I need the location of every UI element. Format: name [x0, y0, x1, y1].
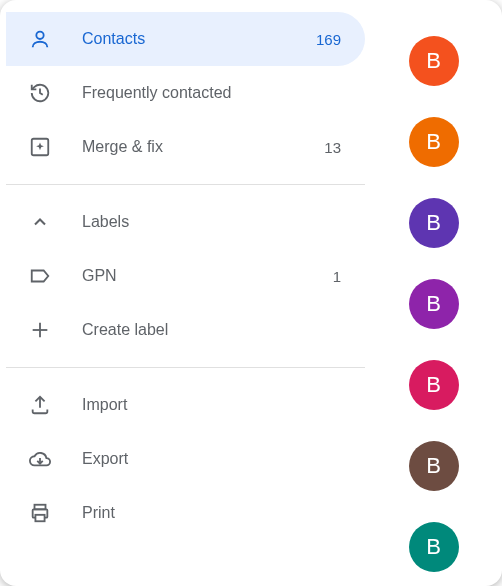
sidebar-item-label: Import — [82, 396, 341, 414]
sidebar-item-label: Print — [82, 504, 341, 522]
sidebar-item-contacts[interactable]: Contacts 169 — [6, 12, 365, 66]
sidebar-item-label: GPN — [82, 267, 333, 285]
sidebar-item-import[interactable]: Import — [6, 378, 365, 432]
contact-avatar[interactable]: B — [409, 360, 459, 410]
sidebar-item-label: Contacts — [82, 30, 316, 48]
sidebar-item-print[interactable]: Print — [6, 486, 365, 540]
sidebar-item-export[interactable]: Export — [6, 432, 365, 486]
contact-avatar[interactable]: B — [409, 441, 459, 491]
item-count: 13 — [324, 139, 341, 156]
svg-point-0 — [36, 32, 43, 39]
history-icon — [28, 81, 52, 105]
contact-avatar[interactable]: B — [409, 279, 459, 329]
print-icon — [28, 501, 52, 525]
item-count: 169 — [316, 31, 341, 48]
upload-icon — [28, 393, 52, 417]
sidebar-item-labels[interactable]: Labels — [6, 195, 365, 249]
cloud-download-icon — [28, 447, 52, 471]
item-count: 1 — [333, 268, 341, 285]
plus-icon — [28, 318, 52, 342]
divider — [6, 367, 365, 368]
contact-avatar[interactable]: B — [409, 117, 459, 167]
sidebar: Contacts 169 Frequently contacted Merge … — [0, 12, 365, 574]
sidebar-item-merge[interactable]: Merge & fix 13 — [6, 120, 365, 174]
contact-avatar[interactable]: B — [409, 36, 459, 86]
divider — [6, 184, 365, 185]
svg-rect-7 — [35, 515, 44, 521]
sidebar-item-label: Labels — [82, 213, 341, 231]
sidebar-item-frequent[interactable]: Frequently contacted — [6, 66, 365, 120]
sidebar-item-label: Merge & fix — [82, 138, 324, 156]
label-icon — [28, 264, 52, 288]
sidebar-item-gpn[interactable]: GPN 1 — [6, 249, 365, 303]
sparkle-box-icon — [28, 135, 52, 159]
sidebar-item-label: Create label — [82, 321, 341, 339]
chevron-up-icon — [28, 210, 52, 234]
sidebar-item-label: Frequently contacted — [82, 84, 341, 102]
person-icon — [28, 27, 52, 51]
sidebar-item-label: Export — [82, 450, 341, 468]
contact-avatar[interactable]: B — [409, 522, 459, 572]
contact-avatar[interactable]: B — [409, 198, 459, 248]
sidebar-item-create-label[interactable]: Create label — [6, 303, 365, 357]
contact-avatar-list: BBBBBBB — [365, 12, 502, 574]
